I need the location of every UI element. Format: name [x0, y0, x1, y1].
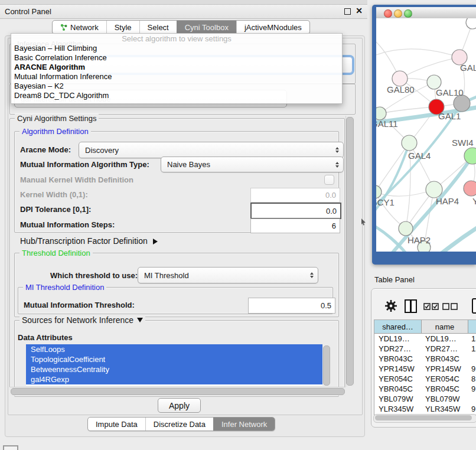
checked-columns-icon[interactable] — [423, 303, 439, 310]
close-icon[interactable]: ✕ — [356, 6, 363, 15]
attribute-item-topologicalcoefficient[interactable]: TopologicalCoefficient — [26, 354, 322, 364]
table-h-scroll-thumb[interactable] — [375, 415, 472, 420]
hub-definition-expander[interactable]: Hub/Transcription Factor Definition — [20, 236, 158, 246]
table-cell: 12 — [467, 344, 476, 353]
attribute-item-gal4rgexp[interactable]: gal4RGexp — [26, 374, 322, 384]
table-row[interactable]: YER054CYER054C8. — [374, 374, 476, 384]
split-columns-icon[interactable] — [405, 299, 417, 313]
attribute-item-selfloops[interactable]: SelfLoops — [26, 344, 322, 354]
bottom-tab-label: Impute Data — [96, 420, 138, 429]
sources-title[interactable]: Sources for Network Inference — [19, 316, 145, 325]
table-row[interactable]: YLR345WYLR345W9. — [374, 404, 476, 414]
network-node-gal11[interactable] — [376, 107, 386, 120]
mi-type-value: Naive Bayes — [167, 160, 210, 169]
network-canvas[interactable]: GALGAL80GAL10GAL1GAL11SWI4GAL4GCY1HAP4YH… — [376, 18, 476, 252]
network-label-node-hap2: HAP2 — [407, 235, 431, 245]
kernel-width-field[interactable]: 0.0 — [250, 188, 340, 203]
mi-steps-field[interactable]: 6 — [250, 219, 340, 233]
screen: Control Panel ✕ NetworkStyleSelectCyni T… — [0, 0, 476, 450]
v-scroll-thumb[interactable] — [346, 117, 354, 386]
table-row[interactable]: YBR045CYBR045C9. — [374, 384, 476, 394]
zoom-traffic-light-icon[interactable] — [404, 9, 412, 18]
minimize-traffic-light-icon[interactable] — [394, 9, 402, 18]
dpi-tolerance-field[interactable]: 0.0 — [250, 203, 341, 219]
table-header-row: shared…nameA — [374, 320, 476, 334]
table-mode-icon[interactable] — [472, 298, 476, 314]
stepper-arrows-icon — [335, 162, 339, 168]
algorithm-option-basic-correlation-inference[interactable]: Basic Correlation Inference — [11, 53, 342, 63]
bottom-tab-impute-data[interactable]: Impute Data — [88, 418, 145, 431]
mi-threshold-field[interactable]: 0.5 — [248, 298, 335, 314]
tab-jactivemnodules[interactable]: jActiveMNodules — [236, 21, 309, 34]
close-traffic-light-icon[interactable] — [384, 9, 392, 18]
kernel-width-label: Kernel Width (0,1): — [20, 190, 88, 199]
algorithm-option-mutual-information-inference[interactable]: Mutual Information Inference — [11, 72, 342, 81]
column-header-a[interactable]: A — [468, 320, 476, 333]
gear-icon[interactable] — [384, 299, 397, 312]
float-window-icon[interactable] — [344, 8, 351, 15]
bottom-tab-bar: Impute DataDiscretize DataInfer Network — [87, 417, 275, 431]
algorithm-option-aracne-algorithm[interactable]: ARACNE Algorithm — [11, 63, 342, 72]
network-node-hap2[interactable] — [399, 221, 413, 236]
network-window: GALGAL80GAL10GAL1GAL11SWI4GAL4GCY1HAP4YH… — [372, 5, 476, 265]
table-cell: YPR145W — [421, 364, 467, 373]
table-cell: YBL079W — [374, 394, 421, 403]
expander-arrow-icon — [153, 239, 158, 244]
table-h-scroll-track[interactable] — [373, 414, 476, 423]
network-label-node-gcy1: GCY1 — [376, 197, 395, 207]
aracne-mode-combo[interactable]: Discovery — [79, 142, 344, 158]
attr-list-scrollbar[interactable] — [323, 345, 330, 386]
table-row[interactable]: YDR27…YDR27…12 — [374, 344, 476, 354]
network-node-gcy1[interactable] — [376, 185, 382, 198]
network-node-pink-y[interactable] — [464, 181, 476, 196]
network-edge — [400, 57, 459, 79]
table-cell: YDL19… — [421, 334, 467, 343]
algorithm-option-bayesian-k2[interactable]: Bayesian – K2 — [11, 81, 342, 91]
network-node-gal4[interactable] — [402, 135, 417, 151]
unchecked-columns-icon[interactable] — [442, 303, 458, 310]
network-node-gray[interactable] — [454, 95, 470, 112]
tab-network[interactable]: Network — [53, 21, 106, 34]
table-row[interactable]: YBL079WYBL079W — [374, 394, 476, 404]
apply-button[interactable]: Apply — [158, 398, 201, 413]
docked-panel-icon[interactable] — [3, 445, 18, 450]
dpi-tolerance-label: DPI Tolerance [0,1]: — [20, 205, 91, 214]
network-label-node-gal4: GAL4 — [408, 151, 431, 161]
h-scroll-thumb[interactable] — [11, 388, 345, 395]
mi-type-combo[interactable]: Naive Bayes — [161, 156, 344, 172]
mouse-cursor — [361, 219, 367, 226]
node-table: shared…nameA YDL19…YDL19…13YDR27…YDR27…1… — [374, 319, 476, 415]
control-panel-titlebar: Control Panel ✕ — [0, 5, 367, 19]
bottom-tab-label: Discretize Data — [154, 420, 206, 429]
tab-select[interactable]: Select — [139, 21, 177, 34]
network-icon — [60, 24, 67, 31]
table-cell: 9. — [467, 405, 476, 413]
network-node-top[interactable] — [466, 18, 476, 29]
tab-style[interactable]: Style — [106, 21, 139, 34]
tab-cyni-toolbox[interactable]: Cyni Toolbox — [177, 21, 236, 34]
network-node-hap4[interactable] — [426, 181, 442, 198]
table-row[interactable]: YBR043CYBR043C — [374, 354, 476, 364]
network-label-node-gal80: GAL80 — [387, 84, 415, 94]
table-row[interactable]: YDL19…YDL19…13 — [374, 334, 476, 344]
network-window-titlebar[interactable] — [376, 7, 476, 19]
bottom-tab-infer-network[interactable]: Infer Network — [213, 418, 275, 431]
which-threshold-combo[interactable]: MI Threshold — [138, 267, 318, 283]
window-top-edge — [0, 0, 367, 5]
column-header-shared[interactable]: shared… — [374, 320, 422, 333]
algorithm-option-dream8-dc-tdc-algorithm[interactable]: Dream8 DC_TDC Algorithm — [11, 91, 342, 100]
table-cell: YBR045C — [374, 384, 421, 393]
column-header-name[interactable]: name — [422, 320, 468, 333]
network-edge — [376, 49, 459, 57]
table-row[interactable]: YPR145WYPR145W9. — [374, 364, 476, 374]
tab-label: Select — [148, 23, 169, 32]
table-cell: YDR27… — [421, 344, 467, 353]
table-body: YDL19…YDL19…13YDR27…YDR27…12YBR043CYBR04… — [374, 334, 476, 415]
which-threshold-value: MI Threshold — [144, 271, 189, 280]
mi-steps-value: 6 — [332, 221, 336, 230]
manual-kernel-checkbox[interactable] — [324, 175, 334, 185]
table-panel: shared…nameA YDL19…YDL19…13YDR27…YDR27…1… — [371, 288, 476, 428]
algorithm-option-bayesian-hill-climbing[interactable]: Bayesian – Hill Climbing — [11, 44, 342, 53]
bottom-tab-discretize-data[interactable]: Discretize Data — [145, 418, 213, 431]
attribute-item-betweennesscentrality[interactable]: BetweennessCentrality — [26, 364, 322, 374]
